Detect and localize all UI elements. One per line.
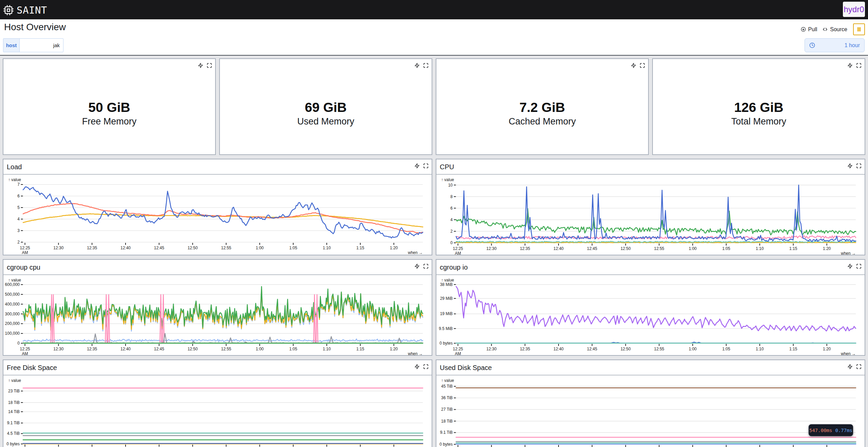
chart-title: Load (7, 162, 22, 172)
refresh-zap-icon[interactable] (414, 364, 420, 369)
pause-icon (856, 26, 862, 32)
chart-panel-cpu: CPU 024681012:25AM12:3012:3512:4012:4512… (436, 159, 865, 255)
svg-text:19 MiB: 19 MiB (440, 311, 453, 316)
svg-text:12:30: 12:30 (53, 347, 63, 351)
maximize-icon[interactable] (856, 163, 862, 169)
maximize-icon[interactable] (856, 264, 862, 269)
chart-panel-header: Used Disk Space (436, 360, 865, 375)
stat-panel-3: 126 GiB Total Memory (652, 58, 865, 155)
svg-text:when →: when → (408, 250, 423, 255)
svg-text:14 TiB: 14 TiB (8, 409, 20, 414)
svg-text:12:35: 12:35 (87, 347, 97, 351)
svg-text:12:25: 12:25 (453, 246, 463, 251)
host-filter[interactable]: host jak (3, 38, 63, 52)
chart-panel-header: cgroup io (436, 260, 865, 275)
chart-useddisk[interactable]: 0 bytes9.1 TiB18 TiB27 TiB36 TiB45 TiB12… (436, 375, 865, 447)
svg-text:2: 2 (17, 240, 20, 245)
svg-text:AM: AM (455, 351, 461, 356)
chart-cgio[interactable]: 0 bytes9.5 MiB19 MiB29 MiB38 MiB12:25AM1… (436, 275, 865, 356)
arrow-down-circle-icon (801, 27, 806, 32)
svg-text:12:55: 12:55 (221, 347, 231, 351)
svg-text:12:40: 12:40 (553, 347, 564, 351)
source-button[interactable]: Source (823, 26, 847, 33)
clock-icon (809, 42, 815, 48)
chart-cpu[interactable]: 024681012:25AM12:3012:3512:4012:4512:501… (436, 175, 865, 255)
stat-label: Total Memory (653, 116, 865, 127)
pause-button[interactable] (853, 23, 865, 35)
chart-panel-freedisk: Free Disk Space 0 bytes4.5 TiB9.1 TiB14 … (3, 359, 432, 447)
stat-value: 50 GiB (3, 100, 215, 115)
svg-text:12:50: 12:50 (621, 347, 631, 351)
latency-tooltip: 547.00ms 0.77ms (809, 424, 853, 436)
stat-label: Used Memory (220, 116, 432, 127)
host-filter-value[interactable]: jak (20, 39, 63, 52)
refresh-zap-icon[interactable] (414, 264, 420, 269)
maximize-icon[interactable] (423, 364, 429, 369)
svg-text:4: 4 (450, 217, 453, 222)
maximize-icon[interactable] (207, 63, 212, 68)
page-header: Host Overview Pull Source host jak 1 hou… (0, 19, 868, 56)
refresh-zap-icon[interactable] (847, 63, 853, 68)
svg-text:12:25: 12:25 (20, 347, 30, 351)
svg-text:1:00: 1:00 (256, 246, 264, 250)
svg-text:6: 6 (17, 194, 20, 198)
svg-text:29 MiB: 29 MiB (440, 296, 453, 301)
brand-name: SAINT (17, 4, 47, 16)
stat-value: 69 GiB (220, 100, 432, 115)
brand[interactable]: SAINT (3, 4, 47, 16)
refresh-zap-icon[interactable] (847, 163, 853, 169)
svg-text:AM: AM (22, 351, 28, 356)
maximize-icon[interactable] (856, 364, 862, 369)
maximize-icon[interactable] (423, 163, 429, 169)
svg-text:1:15: 1:15 (356, 347, 364, 351)
maximize-icon[interactable] (856, 63, 862, 68)
user-menu-button[interactable]: hydr0 (843, 2, 865, 17)
svg-text:12:35: 12:35 (520, 246, 530, 251)
svg-text:1:10: 1:10 (756, 246, 764, 251)
svg-text:45 TiB: 45 TiB (441, 384, 453, 389)
svg-text:1:10: 1:10 (323, 347, 331, 351)
stat-panel-0: 50 GiB Free Memory (3, 58, 216, 155)
chart-title: Free Disk Space (7, 363, 57, 372)
svg-text:0 bytes: 0 bytes (439, 442, 453, 447)
chart-load[interactable]: 23456712:25AM12:3012:3512:4012:4512:5012… (3, 175, 432, 255)
svg-text:12:30: 12:30 (486, 347, 496, 351)
svg-text:1:10: 1:10 (323, 246, 331, 250)
refresh-zap-icon[interactable] (198, 63, 203, 68)
time-range-picker[interactable]: 1 hour (805, 38, 865, 52)
chart-panel-header: CPU (436, 159, 865, 175)
svg-text:6: 6 (450, 206, 453, 211)
maximize-icon[interactable] (423, 63, 429, 68)
svg-text:↑ value: ↑ value (441, 177, 454, 182)
svg-text:400,000: 400,000 (5, 302, 20, 307)
chart-panel-header: Free Disk Space (3, 360, 432, 375)
svg-text:10: 10 (448, 183, 453, 188)
refresh-zap-icon[interactable] (847, 364, 853, 369)
svg-text:8: 8 (450, 194, 453, 199)
refresh-zap-icon[interactable] (847, 264, 853, 269)
svg-text:12:25: 12:25 (20, 246, 30, 250)
maximize-icon[interactable] (423, 264, 429, 269)
svg-text:12:40: 12:40 (120, 246, 131, 250)
svg-text:↑ value: ↑ value (441, 378, 454, 383)
chart-panel-cgio: cgroup io 0 bytes9.5 MiB19 MiB29 MiB38 M… (436, 259, 865, 356)
svg-text:300,000: 300,000 (5, 312, 20, 316)
svg-text:12:50: 12:50 (188, 246, 198, 250)
refresh-zap-icon[interactable] (414, 63, 420, 68)
refresh-zap-icon[interactable] (414, 163, 420, 169)
chart-cgcpu[interactable]: 0100,000200,000300,000400,000500,000600,… (3, 275, 432, 356)
svg-text:9.1 TiB: 9.1 TiB (440, 430, 453, 435)
svg-text:1:05: 1:05 (289, 347, 297, 351)
maximize-icon[interactable] (640, 63, 645, 68)
svg-text:18 TiB: 18 TiB (8, 400, 20, 405)
refresh-zap-icon[interactable] (631, 63, 636, 68)
stat-panel-2: 7.2 GiB Cached Memory (436, 58, 649, 155)
svg-text:12:55: 12:55 (654, 347, 664, 351)
svg-text:12:35: 12:35 (87, 246, 97, 250)
chart-freedisk[interactable]: 0 bytes4.5 TiB9.1 TiB14 TiB18 TiB23 TiB1… (3, 375, 432, 447)
svg-text:12:30: 12:30 (486, 246, 496, 251)
pull-button[interactable]: Pull (801, 26, 817, 33)
svg-text:when →: when → (408, 351, 423, 356)
time-range-label: 1 hour (815, 42, 860, 48)
svg-text:↑ value: ↑ value (8, 177, 21, 182)
